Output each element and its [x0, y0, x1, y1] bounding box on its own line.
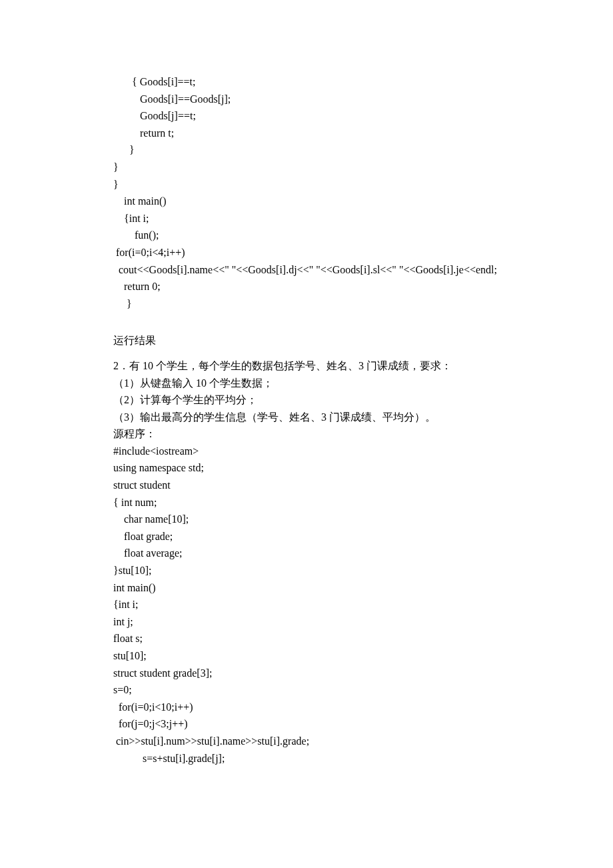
code-line: int main(): [113, 579, 500, 597]
problem-line: （1）从键盘输入 10 个学生数据；: [113, 375, 500, 392]
code-line: using namespace std;: [113, 459, 500, 477]
code-line: struct student grade[3];: [113, 665, 500, 682]
code-line: s=s+stu[i].grade[j];: [113, 750, 500, 767]
code-line: float s;: [113, 630, 500, 647]
code-line: float average;: [113, 545, 500, 562]
document-page: { Goods[i]==t; Goods[i]==Goods[j]; Goods…: [0, 0, 613, 868]
code-line: for(i=0;i<4;i++): [113, 244, 500, 261]
code-line: stu[10];: [113, 647, 500, 665]
code-line: Goods[i]==Goods[j];: [113, 91, 500, 108]
code-line: cin>>stu[i].num>>stu[i].name>>stu[i].gra…: [113, 733, 500, 750]
code-line: for(j=0;j<3;j++): [113, 715, 500, 733]
code-line: { Goods[i]==t;: [113, 73, 500, 91]
code-block-1: { Goods[i]==t; Goods[i]==Goods[j]; Goods…: [113, 73, 500, 312]
code-line: s=0;: [113, 681, 500, 699]
code-line: float grade;: [113, 528, 500, 545]
code-line: Goods[j]==t;: [113, 107, 500, 125]
problem-line: （2）计算每个学生的平均分；: [113, 391, 500, 409]
problem-line: （3）输出最高分的学生信息（学号、姓名、3 门课成绩、平均分）。: [113, 409, 500, 426]
code-line: }: [113, 159, 500, 176]
code-line: return 0;: [113, 278, 500, 295]
code-line: char name[10];: [113, 511, 500, 528]
code-line: }: [113, 141, 500, 159]
code-line: cout<<Goods[i].name<<" "<<Goods[i].dj<<"…: [113, 261, 500, 279]
source-label: 源程序：: [113, 425, 500, 443]
code-line: }stu[10];: [113, 562, 500, 579]
code-line: }: [113, 176, 500, 193]
problem-statement: 2．有 10 个学生，每个学生的数据包括学号、姓名、3 门课成绩，要求： （1）…: [113, 357, 500, 425]
code-line: struct student: [113, 477, 500, 494]
code-line: {int i;: [113, 596, 500, 613]
code-line: return t;: [113, 125, 500, 142]
code-line: { int num;: [113, 494, 500, 511]
code-line: {int i;: [113, 210, 500, 227]
code-block-2: #include<iostream> using namespace std; …: [113, 443, 500, 767]
run-result-heading: 运行结果: [113, 332, 500, 349]
code-line: for(i=0;i<10;i++): [113, 699, 500, 716]
code-line: }: [113, 295, 500, 313]
code-line: fun();: [113, 227, 500, 244]
code-line: int main(): [113, 193, 500, 210]
code-line: int j;: [113, 613, 500, 631]
problem-line: 2．有 10 个学生，每个学生的数据包括学号、姓名、3 门课成绩，要求：: [113, 357, 500, 375]
code-line: #include<iostream>: [113, 443, 500, 460]
